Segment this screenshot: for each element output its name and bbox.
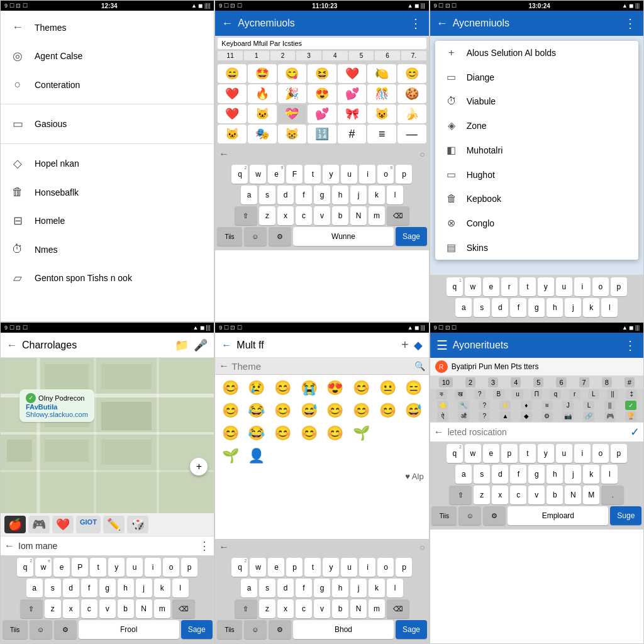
key-space-6[interactable]: Emploard (508, 506, 608, 525)
key-f-2[interactable]: f (296, 186, 312, 204)
emoji-2-7[interactable]: 🍪 (397, 84, 426, 103)
key-action-5[interactable]: Sage (396, 620, 427, 639)
sticker-game[interactable]: 🎮 (28, 516, 50, 533)
key-n-5[interactable]: N (350, 599, 367, 618)
chat-link-4[interactable]: Shlowy.slackuo.com (26, 411, 88, 418)
big-emoji-2[interactable]: 😢 (244, 377, 269, 399)
key-u-5[interactable]: u (341, 558, 357, 577)
key-a-3[interactable]: a (455, 298, 472, 317)
big-emoji-5[interactable]: 😍 (323, 377, 348, 399)
big-emoji-8[interactable]: 😑 (401, 377, 426, 399)
key-a-4[interactable]: a (26, 579, 43, 597)
key-f-4[interactable]: f (81, 579, 97, 597)
spec-kf[interactable]: Π (531, 389, 542, 399)
key-l-4[interactable]: l (172, 579, 189, 597)
big-emoji-23[interactable] (375, 423, 400, 444)
key-settings-6[interactable]: ⚙ (483, 506, 506, 525)
key-k-4[interactable]: k (154, 579, 170, 597)
key-d-3[interactable]: d (492, 298, 508, 317)
num-10[interactable]: 10 (439, 377, 453, 387)
plus-btn-5[interactable]: + (401, 338, 409, 352)
big-emoji-26[interactable]: 👤 (244, 445, 269, 467)
big-emoji-3[interactable]: 😊 (270, 377, 296, 399)
kb-back-2[interactable]: ← (219, 148, 229, 160)
key-d-4[interactable]: d (63, 579, 79, 597)
key-v-4[interactable]: v (99, 599, 116, 618)
key-s-5[interactable]: s (259, 579, 275, 597)
key-b-6[interactable]: b (547, 486, 563, 504)
key-space-2[interactable]: Wunne (293, 227, 394, 246)
key-y-5[interactable]: y (323, 558, 339, 577)
emoji-3-1[interactable]: ❤️ (218, 104, 247, 123)
emoji-1-7[interactable]: 😊 (397, 64, 426, 83)
spec-mi[interactable]: 🎮 (604, 411, 616, 421)
back-btn-4[interactable]: ← (4, 540, 14, 552)
num-11[interactable]: 11 (218, 51, 243, 60)
key-d-6[interactable]: d (492, 465, 508, 484)
key-action-4[interactable]: Sage (181, 620, 213, 639)
key-a-2[interactable]: a (241, 186, 257, 204)
key-m-2[interactable]: m (369, 206, 385, 225)
big-emoji-16[interactable]: 😅 (401, 400, 426, 421)
emoji-3-6[interactable]: 😺 (367, 104, 396, 123)
emoji-1-4[interactable]: 😆 (308, 64, 336, 83)
dropdown-item-hughot[interactable]: ▭ Hughot (435, 162, 638, 187)
spec-mc[interactable]: ? (479, 411, 490, 421)
key-a-5[interactable]: a (241, 579, 257, 597)
key-del-5[interactable]: ⌫ (387, 599, 409, 618)
big-emoji-12[interactable]: 😅 (296, 400, 321, 421)
key-i-2[interactable]: i (359, 165, 375, 184)
dropdown-item-viabule[interactable]: ⏱ Viabule (435, 89, 638, 113)
key-j-3[interactable]: j (565, 298, 581, 317)
key-shift-6[interactable]: ⇧ (449, 486, 472, 504)
key-l-6[interactable]: l (601, 465, 618, 484)
back-btn-6[interactable]: ← (434, 426, 444, 438)
key-t-5[interactable]: t (304, 558, 321, 577)
key-p-6b[interactable]: p (611, 444, 627, 463)
spec-lc[interactable]: ? (479, 401, 490, 410)
big-emoji-24[interactable] (401, 423, 426, 444)
folder-icon-4[interactable]: 📁 (175, 338, 189, 352)
num-4[interactable]: 4 (323, 51, 348, 60)
key-i-3[interactable]: i (574, 277, 591, 296)
spec-kb[interactable]: ख (455, 389, 466, 399)
big-emoji-13[interactable]: 😊 (323, 400, 348, 421)
key-l-5[interactable]: l (387, 579, 403, 597)
key-f-6[interactable]: f (510, 465, 526, 484)
dropdown-item-alous[interactable]: + Alous Selution Al bolds (435, 41, 638, 65)
num-2a[interactable]: 2 (465, 377, 475, 387)
key-action-6[interactable]: Suge (610, 506, 641, 525)
emoji-4-2[interactable]: 🎭 (248, 125, 277, 143)
key-emoji-2[interactable]: ☺ (244, 227, 267, 246)
key-h-6[interactable]: h (547, 465, 563, 484)
key-g-5[interactable]: g (314, 579, 330, 597)
key-u-4[interactable]: u (126, 558, 143, 577)
spec-kk[interactable]: ‡ (626, 389, 637, 399)
spec-li[interactable]: || (604, 401, 616, 410)
emoji-1-3[interactable]: 😋 (278, 64, 307, 83)
key-t-6[interactable]: t (519, 444, 536, 463)
key-s-2[interactable]: s (259, 186, 275, 204)
key-mode-4[interactable]: Tiis (3, 620, 28, 639)
num-2[interactable]: 2 (270, 51, 296, 60)
key-s-6[interactable]: s (474, 465, 490, 484)
big-emoji-14[interactable]: 😊 (349, 400, 374, 421)
key-o-2[interactable]: o8 (377, 165, 394, 184)
menu-item-genton[interactable]: ▱ Genton spon Tishs n ook (1, 264, 214, 292)
theme-search-input[interactable] (231, 361, 411, 372)
diamond-btn-5[interactable]: ◆ (414, 338, 423, 352)
dropdown-item-zone[interactable]: ◈ Zone (435, 113, 638, 138)
key-p-4a[interactable]: P (72, 558, 88, 577)
key-m-4[interactable]: m (154, 599, 170, 618)
menu-item-homele[interactable]: ⊟ Homele (1, 206, 214, 235)
key-p-5b[interactable]: p (396, 558, 412, 577)
dots-menu-3[interactable]: ⋮ (624, 16, 637, 31)
key-x-4[interactable]: x (63, 599, 79, 618)
key-s-3[interactable]: s (474, 298, 490, 317)
emoji-3-7[interactable]: 🍌 (397, 104, 426, 123)
key-mode-5[interactable]: Tiis (217, 620, 242, 639)
emoji-3-4[interactable]: 💕 (308, 104, 336, 123)
big-emoji-25[interactable]: 🌱 (218, 445, 243, 467)
key-e-6[interactable]: e (483, 444, 499, 463)
key-g-3[interactable]: g (528, 298, 545, 317)
